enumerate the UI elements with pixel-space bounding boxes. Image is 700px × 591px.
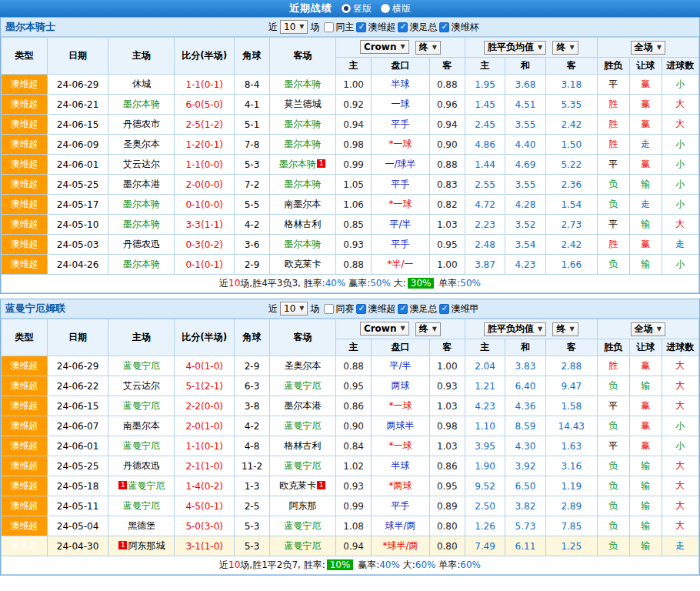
team-link[interactable]: 丹德农迅: [123, 460, 160, 471]
wdl-stage-select[interactable]: 终▼: [552, 322, 578, 336]
filter-option[interactable]: 澳维杯: [439, 21, 478, 34]
match-score[interactable]: 6-0(5-0): [175, 95, 235, 115]
team-link[interactable]: 蓝曼宁厄: [285, 380, 322, 391]
match-count-select[interactable]: 10 ▼: [280, 302, 308, 316]
filter-option[interactable]: 澳维甲: [439, 302, 478, 316]
match-score[interactable]: 2-0(1-0): [175, 416, 235, 436]
crow-away-odds: 0.88: [429, 155, 465, 175]
team-link[interactable]: 蓝曼宁厄: [123, 500, 160, 511]
crow-away-odds: 0.80: [429, 516, 465, 536]
team-link[interactable]: 丹德农迅: [123, 239, 160, 249]
crow-handicap: 平手: [372, 235, 429, 255]
result-goals: 大: [662, 215, 698, 235]
team-link[interactable]: 圣奥尔本: [285, 360, 322, 371]
team-link[interactable]: 圣奥尔本: [123, 139, 160, 149]
match-score[interactable]: 3-1(1-0): [175, 536, 235, 556]
team-link[interactable]: 莫兰德城: [285, 98, 322, 109]
team-title[interactable]: 蓝曼宁厄姆联: [1, 302, 268, 316]
team-link[interactable]: 墨尔本骑: [123, 199, 160, 209]
avg-home-odds: 3.87: [465, 255, 505, 275]
team-link[interactable]: 墨尔本骑: [285, 119, 322, 129]
odds-stage-select[interactable]: 终▼: [415, 41, 441, 55]
team-link[interactable]: 墨尔本港: [123, 179, 160, 189]
match-score[interactable]: 1-1(0-1): [175, 436, 235, 456]
match-score[interactable]: 1-1(0-1): [175, 75, 235, 95]
team-link[interactable]: 蓝曼宁厄: [128, 480, 165, 491]
team-link[interactable]: 墨尔本骑: [279, 159, 316, 169]
filter-option[interactable]: 澳足总: [398, 302, 437, 316]
team-link[interactable]: 欧克莱卡: [279, 480, 316, 491]
footer-stat: 大:: [400, 559, 415, 570]
match-row: 澳维超24-06-29休城1-1(0-1)8-4墨尔本骑1.00半球0.881.…: [2, 75, 699, 95]
layout-option-horizontal[interactable]: 横版: [381, 2, 411, 15]
match-score[interactable]: 4-5(0-1): [175, 496, 235, 516]
home-team-cell: 1阿东那城: [108, 536, 175, 556]
team-link[interactable]: 墨尔本骑: [285, 78, 322, 89]
team-link[interactable]: 蓝曼宁厄: [285, 460, 322, 471]
team-link[interactable]: 墨尔本骑: [123, 259, 160, 269]
match-score[interactable]: 2-0(0-0): [175, 175, 235, 195]
filter-option[interactable]: 澳维超: [356, 21, 395, 34]
wdl-stage-select[interactable]: 终▼: [552, 41, 578, 55]
match-score[interactable]: 2-5(1-2): [175, 115, 235, 135]
away-team-cell: 格林古利: [270, 436, 336, 456]
filter-option[interactable]: 同赛: [324, 302, 354, 316]
match-score[interactable]: 2-2(0-0): [175, 396, 235, 416]
team-link[interactable]: 蓝曼宁厄: [123, 400, 160, 411]
bookmaker-select[interactable]: Crown▼: [360, 40, 409, 54]
match-score[interactable]: 1-1(0-0): [175, 155, 235, 175]
home-team-cell: 丹德农迅: [108, 235, 175, 255]
team-link[interactable]: 丹德农市: [123, 119, 160, 129]
home-team-cell: 黑德堡: [108, 516, 175, 536]
team-link[interactable]: 蓝曼宁厄: [285, 540, 322, 551]
match-score[interactable]: 0-1(0-1): [175, 255, 235, 275]
match-score[interactable]: 4-0(1-0): [175, 356, 235, 376]
filter-option[interactable]: 澳维超: [356, 302, 395, 316]
filter-option[interactable]: 同主: [324, 21, 354, 34]
odds-stage-select[interactable]: 终▼: [415, 322, 441, 336]
match-score[interactable]: 0-1(0-0): [175, 195, 235, 215]
match-score[interactable]: 1-4(0-2): [175, 476, 235, 496]
team-link[interactable]: 墨尔本骑: [123, 98, 160, 109]
team-link[interactable]: 艾云达尔: [123, 159, 160, 169]
team-link[interactable]: 墨尔本骑: [285, 239, 322, 249]
team-link[interactable]: 阿东那: [289, 500, 317, 511]
corner-count: 8-4: [234, 75, 269, 95]
team-title[interactable]: 墨尔本骑士: [1, 20, 268, 34]
period-select[interactable]: 全场▼: [631, 41, 665, 55]
away-team-cell: 墨尔本骑1: [270, 155, 336, 175]
team-link[interactable]: 墨尔本骑: [285, 179, 322, 189]
red-card-badge: 1: [317, 159, 325, 168]
team-link[interactable]: 阿东那城: [128, 540, 165, 551]
team-link[interactable]: 蓝曼宁厄: [285, 520, 322, 531]
team-link[interactable]: 蓝曼宁厄: [123, 360, 160, 371]
team-link[interactable]: 休城: [132, 78, 151, 89]
filter-option[interactable]: 澳足总: [398, 21, 437, 34]
team-link[interactable]: 南墨尔本: [123, 420, 160, 431]
match-score[interactable]: 0-3(0-2): [175, 235, 235, 255]
team-link[interactable]: 格林古利: [285, 219, 322, 229]
team-link[interactable]: 墨尔本骑: [123, 219, 160, 229]
team-link[interactable]: 蓝曼宁厄: [285, 420, 322, 431]
team-link[interactable]: 南墨尔本: [285, 199, 322, 209]
layout-option-vertical[interactable]: 竖版: [342, 2, 372, 15]
team-link[interactable]: 艾云达尔: [123, 380, 160, 391]
bookmaker-select[interactable]: Crown▼: [360, 322, 409, 336]
match-count-select[interactable]: 10 ▼: [280, 20, 308, 34]
match-score[interactable]: 1-2(0-1): [175, 135, 235, 155]
wdl-avg-select[interactable]: 胜平负均值▼: [484, 41, 546, 55]
period-select[interactable]: 全场▼: [631, 322, 665, 336]
team-link[interactable]: 蓝曼宁厄: [123, 440, 160, 451]
team-link[interactable]: 墨尔本港: [285, 400, 322, 411]
match-score[interactable]: 3-3(1-1): [175, 215, 235, 235]
wdl-avg-select[interactable]: 胜平负均值▼: [484, 322, 546, 336]
match-score[interactable]: 2-1(1-0): [175, 456, 235, 476]
team-link[interactable]: 格林古利: [285, 440, 322, 451]
team-link[interactable]: 黑德堡: [128, 520, 155, 531]
match-row: 澳维超24-05-25丹德农迅2-1(1-0)11-2蓝曼宁厄1.02半球0.8…: [2, 456, 699, 476]
match-score[interactable]: 5-0(3-0): [175, 516, 235, 536]
team-link[interactable]: 墨尔本骑: [285, 139, 322, 149]
match-score[interactable]: 5-1(2-1): [175, 376, 235, 396]
team-link[interactable]: 欧克莱卡: [285, 259, 322, 269]
avg-home-odds: 4.23: [465, 396, 505, 416]
